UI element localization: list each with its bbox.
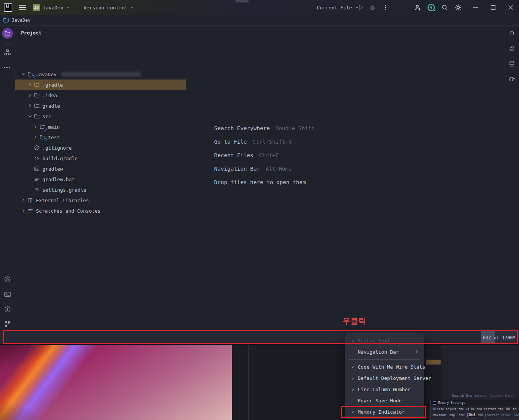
close-button[interactable] bbox=[506, 3, 515, 12]
chevron-collapsed-icon[interactable] bbox=[33, 135, 38, 140]
editor-shortcut-hints: Search Everywhere Double Shift Go to Fil… bbox=[214, 122, 315, 189]
right-tool-stripe bbox=[504, 26, 519, 330]
debug-button[interactable] bbox=[368, 3, 377, 12]
drop-files-hint: Drop files here to open them bbox=[214, 176, 315, 189]
editor-area: Search Everywhere Double Shift Go to Fil… bbox=[187, 26, 504, 330]
project-panel-header[interactable]: Project bbox=[21, 30, 48, 36]
tree-item-main-folder[interactable]: main bbox=[15, 122, 186, 132]
chevron-expanded-icon[interactable] bbox=[21, 72, 26, 77]
chevron-collapsed-icon[interactable] bbox=[33, 124, 38, 129]
tree-item-settings-gradle[interactable]: settings.gradle bbox=[15, 184, 186, 195]
folder-icon bbox=[34, 93, 40, 98]
project-selector[interactable]: JD JavaDev bbox=[33, 4, 70, 11]
memory-indicator-widget[interactable]: 637 of 1700M bbox=[481, 331, 517, 344]
vcs-selector[interactable]: Version control bbox=[84, 5, 134, 10]
status-bar: 637 of 1700M bbox=[0, 330, 519, 344]
checkmark-icon: ✓ bbox=[350, 387, 357, 392]
titlebar: IJ JD JavaDev Version control Current Fi… bbox=[0, 0, 519, 15]
maximize-button[interactable] bbox=[489, 3, 498, 12]
intellij-logo-mini-icon bbox=[433, 401, 436, 405]
tree-item-gradlew-bat[interactable]: gradlew.bat bbox=[15, 174, 186, 184]
notifications-tool-button[interactable] bbox=[506, 28, 518, 39]
run-config-label: Current File bbox=[317, 5, 352, 10]
memory-settings-message: Please adjust the value and restart the … bbox=[433, 408, 517, 411]
memory-settings-dialog-title: Memory Settings bbox=[438, 401, 465, 405]
gradle-tool-button[interactable] bbox=[506, 73, 518, 84]
tree-item-gradlew[interactable]: gradlew bbox=[15, 164, 186, 174]
ai-swirl-icon bbox=[508, 45, 515, 52]
git-tool-button[interactable] bbox=[2, 318, 13, 330]
settings-button[interactable] bbox=[454, 3, 463, 12]
mini-selected-row bbox=[426, 360, 441, 364]
menu-item-default-deployment-server[interactable]: ✓ Default Deployment Server bbox=[345, 372, 424, 384]
vcs-label: Version control bbox=[84, 5, 128, 10]
project-name: JavaDev bbox=[43, 5, 63, 10]
navigation-tab-row: JavaDev bbox=[0, 15, 519, 26]
intellij-window: IJ JD JavaDev Version control Current Fi… bbox=[0, 0, 519, 345]
project-tool-button[interactable] bbox=[2, 28, 13, 39]
checkmark-icon: ✓ bbox=[350, 364, 357, 370]
folder-icon bbox=[34, 103, 40, 108]
checkmark-icon: ✓ bbox=[350, 338, 357, 344]
menu-item-code-with-me-wire-stats[interactable]: ✓ Code With Me Wire Stats bbox=[345, 361, 424, 372]
tree-item-label: External Libraries bbox=[36, 198, 89, 203]
source-root-folder-icon bbox=[40, 135, 45, 140]
tree-item-gradle-folder[interactable]: gradle bbox=[15, 100, 186, 111]
run-tool-button[interactable] bbox=[2, 274, 13, 285]
chevron-collapsed-icon[interactable] bbox=[27, 82, 33, 87]
shortcut-recent-files: Recent Files Ctrl+E bbox=[214, 148, 315, 162]
memory-indicator-text: 637 of 1700M bbox=[481, 331, 517, 344]
database-tool-button[interactable] bbox=[506, 58, 518, 69]
tree-item-build-gradle[interactable]: build.gradle bbox=[15, 153, 186, 164]
shortcut-go-to-file: Go to File Ctrl+Shift+N bbox=[214, 135, 315, 148]
code-with-me-button[interactable] bbox=[413, 3, 422, 12]
chevron-down-icon bbox=[130, 6, 134, 9]
chevron-collapsed-icon[interactable] bbox=[21, 208, 26, 213]
tree-item-javadev-root[interactable]: JavaDev bbox=[15, 69, 186, 80]
menu-item-line-column-number[interactable]: ✓ Line:Column Number bbox=[345, 384, 424, 395]
chevron-expanded-icon[interactable] bbox=[27, 114, 33, 119]
tree-item-idea-folder[interactable]: .idea bbox=[15, 90, 186, 100]
status-bar-context-menu: ✓ Status Text Navigation Bar ✓ Code With… bbox=[345, 333, 424, 419]
scratches-icon bbox=[28, 208, 33, 213]
chevron-collapsed-icon[interactable] bbox=[27, 93, 33, 98]
tree-item-test-folder[interactable]: test bbox=[15, 132, 186, 142]
checkmark-icon: ✓ bbox=[350, 409, 357, 415]
structure-tool-button[interactable] bbox=[2, 47, 13, 58]
menu-item-memory-indicator[interactable]: ✓ Memory Indicator bbox=[345, 406, 424, 417]
tree-item-gradle-dot-folder[interactable]: .gradle bbox=[15, 80, 186, 90]
tree-item-label: settings.gradle bbox=[42, 187, 86, 193]
source-root-folder-icon bbox=[40, 124, 45, 129]
run-configuration-selector[interactable]: Current File bbox=[317, 0, 359, 15]
search-everywhere-button[interactable] bbox=[440, 3, 449, 12]
minimize-button[interactable] bbox=[471, 3, 480, 12]
memory-settings-dialog-titlebar: Memory Settings bbox=[431, 400, 519, 406]
tree-item-external-libraries[interactable]: External Libraries bbox=[15, 195, 186, 206]
tree-item-label: main bbox=[48, 124, 60, 130]
chevron-down-icon bbox=[66, 6, 70, 9]
project-panel-title: Project bbox=[21, 30, 42, 36]
tree-item-scratches-consoles[interactable]: Scratches and Consoles bbox=[15, 206, 186, 216]
tree-item-label: Scratches and Consoles bbox=[36, 208, 100, 214]
chevron-collapsed-icon[interactable] bbox=[21, 198, 26, 203]
more-tools-button[interactable]: ••• bbox=[2, 62, 13, 73]
ai-assistant-tool-button[interactable] bbox=[506, 43, 518, 54]
tree-item-gitignore[interactable]: .gitignore bbox=[15, 142, 186, 153]
menu-item-status-text[interactable]: ✓ Status Text bbox=[345, 335, 424, 346]
tree-item-label: test bbox=[48, 135, 60, 140]
main-menu-button[interactable] bbox=[19, 3, 27, 12]
project-folder-icon bbox=[28, 72, 33, 77]
run-button[interactable] bbox=[356, 3, 365, 12]
menu-item-navigation-bar[interactable]: Navigation Bar bbox=[345, 346, 424, 357]
tree-item-src-folder[interactable]: src bbox=[15, 111, 186, 122]
project-tab[interactable]: JavaDev bbox=[3, 18, 31, 23]
terminal-tool-button[interactable] bbox=[2, 289, 13, 300]
mini-shortcut-hint: Search Everywhere Double Shift bbox=[452, 394, 515, 398]
more-actions-button[interactable] bbox=[381, 3, 390, 12]
tree-item-label: build.gradle bbox=[42, 156, 78, 161]
menu-item-power-save-mode[interactable]: Power Save Mode bbox=[345, 395, 424, 406]
chevron-collapsed-icon[interactable] bbox=[27, 103, 33, 108]
problems-tool-button[interactable] bbox=[2, 304, 13, 315]
tree-item-label: .gitignore bbox=[42, 145, 72, 151]
user-avatar[interactable] bbox=[428, 4, 435, 11]
